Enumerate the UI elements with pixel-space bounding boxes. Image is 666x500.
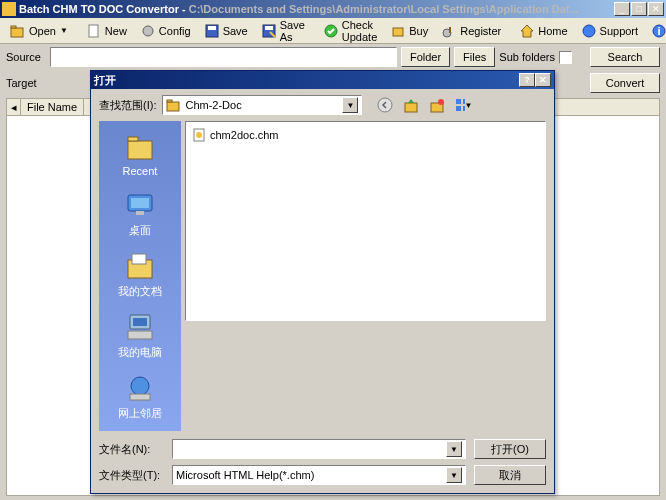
new-button[interactable]: New bbox=[80, 20, 133, 42]
search-button[interactable]: Search bbox=[590, 47, 660, 67]
buy-icon bbox=[390, 23, 406, 39]
svg-point-17 bbox=[378, 98, 392, 112]
config-button[interactable]: Config bbox=[134, 20, 197, 42]
place-desktop[interactable]: 桌面 bbox=[101, 185, 179, 242]
new-folder-icon[interactable] bbox=[428, 96, 446, 114]
svg-rect-5 bbox=[208, 26, 216, 30]
svg-rect-9 bbox=[393, 28, 403, 36]
file-item[interactable]: chm2doc.chm bbox=[190, 126, 541, 144]
dropdown-icon[interactable]: ▼ bbox=[446, 441, 462, 457]
dropdown-icon[interactable]: ▼ bbox=[446, 467, 462, 483]
svg-rect-29 bbox=[136, 211, 144, 215]
view-menu-icon[interactable]: ▼ bbox=[454, 96, 472, 114]
svg-rect-1 bbox=[11, 26, 16, 28]
up-icon[interactable] bbox=[402, 96, 420, 114]
svg-rect-31 bbox=[132, 254, 146, 264]
svg-point-3 bbox=[143, 26, 153, 36]
support-button[interactable]: Support bbox=[575, 20, 645, 42]
minimize-button[interactable]: _ bbox=[614, 2, 630, 16]
target-label: Target bbox=[6, 77, 46, 89]
lookin-row: 查找范围(I): Chm-2-Doc ▼ ▼ bbox=[91, 89, 554, 121]
back-icon[interactable] bbox=[376, 96, 394, 114]
save-as-button[interactable]: Save As bbox=[255, 16, 311, 46]
lookin-value: Chm-2-Doc bbox=[185, 99, 241, 111]
home-button[interactable]: Home bbox=[513, 20, 573, 42]
app-icon bbox=[2, 2, 16, 16]
place-recent[interactable]: Recent bbox=[101, 127, 179, 181]
register-icon bbox=[441, 23, 457, 39]
place-mycomputer[interactable]: 我的电脑 bbox=[101, 307, 179, 364]
svg-rect-34 bbox=[128, 331, 152, 339]
svg-rect-16 bbox=[167, 100, 172, 102]
svg-text:i: i bbox=[658, 25, 661, 37]
filetype-label: 文件类型(T): bbox=[99, 468, 164, 483]
save-button[interactable]: Save bbox=[198, 20, 254, 42]
dialog-title: 打开 bbox=[94, 73, 519, 88]
filetype-combo[interactable]: Microsoft HTML Help(*.chm) ▼ bbox=[172, 465, 466, 485]
place-network[interactable]: 网上邻居 bbox=[101, 368, 179, 425]
filename-input[interactable]: ▼ bbox=[172, 439, 466, 459]
subfolders-label: Sub folders bbox=[499, 51, 555, 63]
svg-rect-0 bbox=[11, 28, 23, 37]
source-row: Source Folder Files Sub folders Search bbox=[0, 44, 666, 70]
mydocs-icon bbox=[124, 250, 156, 282]
home-icon bbox=[519, 23, 535, 39]
buy-button[interactable]: Buy bbox=[384, 20, 434, 42]
save-as-icon bbox=[261, 23, 277, 39]
window-title: Batch CHM TO DOC Convertor - C:\Document… bbox=[19, 3, 614, 15]
dialog-cancel-button[interactable]: 取消 bbox=[474, 465, 546, 485]
source-input[interactable] bbox=[50, 47, 397, 67]
main-toolbar: Open▼ New Config Save Save As Check Upda… bbox=[0, 18, 666, 44]
file-item-label: chm2doc.chm bbox=[210, 129, 278, 141]
open-icon bbox=[10, 23, 26, 39]
dialog-open-button[interactable]: 打开(O) bbox=[474, 439, 546, 459]
svg-rect-28 bbox=[131, 198, 149, 208]
svg-rect-21 bbox=[456, 99, 461, 104]
desktop-icon bbox=[124, 189, 156, 221]
lookin-combo[interactable]: Chm-2-Doc ▼ bbox=[162, 95, 362, 115]
svg-point-12 bbox=[583, 25, 595, 37]
chm-file-icon bbox=[191, 127, 207, 143]
folder-icon bbox=[166, 97, 182, 113]
dialog-titlebar[interactable]: 打开 ? ✕ bbox=[91, 71, 554, 89]
svg-point-35 bbox=[131, 377, 149, 395]
computer-icon bbox=[124, 311, 156, 343]
convert-button[interactable]: Convert bbox=[590, 73, 660, 93]
new-icon bbox=[86, 23, 102, 39]
open-dialog: 打开 ? ✕ 查找范围(I): Chm-2-Doc ▼ ▼ Recent bbox=[90, 70, 555, 494]
svg-rect-7 bbox=[265, 26, 273, 30]
places-bar: Recent 桌面 我的文档 我的电脑 网上邻居 bbox=[99, 121, 181, 431]
folder-button[interactable]: Folder bbox=[401, 47, 450, 67]
dropdown-icon: ▼ bbox=[60, 26, 68, 35]
dialog-close-button[interactable]: ✕ bbox=[535, 73, 551, 87]
recent-icon bbox=[124, 131, 156, 163]
row-selector-icon[interactable]: ◂ bbox=[7, 99, 21, 115]
dialog-help-button[interactable]: ? bbox=[519, 73, 535, 87]
place-mydocs[interactable]: 我的文档 bbox=[101, 246, 179, 303]
lookin-label: 查找范围(I): bbox=[99, 98, 156, 113]
svg-point-20 bbox=[438, 99, 444, 105]
config-icon bbox=[140, 23, 156, 39]
network-icon bbox=[124, 372, 156, 404]
svg-rect-25 bbox=[128, 141, 152, 159]
svg-rect-36 bbox=[130, 394, 150, 400]
maximize-button[interactable]: □ bbox=[631, 2, 647, 16]
svg-rect-26 bbox=[128, 137, 138, 141]
update-icon bbox=[323, 23, 339, 39]
register-button[interactable]: Register bbox=[435, 20, 507, 42]
close-button[interactable]: ✕ bbox=[648, 2, 664, 16]
file-area[interactable]: chm2doc.chm bbox=[185, 121, 546, 321]
files-button[interactable]: Files bbox=[454, 47, 495, 67]
svg-rect-23 bbox=[456, 106, 461, 111]
svg-rect-11 bbox=[449, 27, 451, 33]
check-update-button[interactable]: Check Update bbox=[317, 16, 383, 46]
about-button[interactable]: iAbout bbox=[645, 20, 666, 42]
column-filename[interactable]: File Name bbox=[21, 99, 84, 115]
dropdown-icon[interactable]: ▼ bbox=[342, 97, 358, 113]
svg-rect-18 bbox=[405, 103, 417, 112]
svg-point-38 bbox=[196, 132, 202, 138]
svg-rect-15 bbox=[167, 102, 179, 111]
subfolders-checkbox[interactable] bbox=[559, 51, 572, 64]
about-icon: i bbox=[651, 23, 666, 39]
open-button[interactable]: Open▼ bbox=[4, 20, 74, 42]
